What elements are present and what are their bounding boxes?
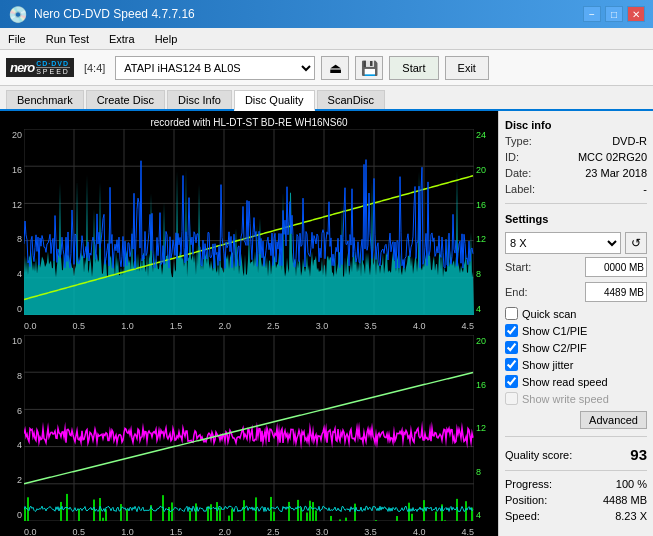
advanced-button[interactable]: Advanced: [580, 411, 647, 429]
divider-3: [505, 470, 647, 471]
top-x-5: 2.5: [267, 321, 280, 331]
top-y-left-4: 4: [2, 269, 24, 279]
tabs-bar: Benchmark Create Disc Disc Info Disc Qua…: [0, 86, 653, 111]
app-icon: 💿: [8, 5, 28, 24]
bot-x-3: 1.5: [170, 527, 183, 536]
type-label: Type:: [505, 135, 532, 147]
bot-y-left-3: 4: [2, 440, 24, 450]
menu-help[interactable]: Help: [151, 31, 182, 47]
tab-benchmark[interactable]: Benchmark: [6, 90, 84, 109]
title-bar-left: 💿 Nero CD-DVD Speed 4.7.7.16: [8, 5, 195, 24]
bot-y-left-0: 10: [2, 336, 24, 346]
menu-run-test[interactable]: Run Test: [42, 31, 93, 47]
show-c2pif-row: Show C2/PIF: [505, 341, 647, 354]
speed-row: 8 X Max 1 X 2 X 4 X 16 X ↺: [505, 232, 647, 254]
top-chart: 20 16 12 8 4 0 24 20 16 12 8 4 0.0 0.5 1…: [2, 129, 496, 331]
divider-1: [505, 203, 647, 204]
top-y-left-3: 8: [2, 234, 24, 244]
progress-label: Progress:: [505, 478, 552, 490]
refresh-button[interactable]: ↺: [625, 232, 647, 254]
top-x-3: 1.5: [170, 321, 183, 331]
exit-button[interactable]: Exit: [445, 56, 489, 80]
start-row: Start:: [505, 257, 647, 277]
save-button[interactable]: 💾: [355, 56, 383, 80]
menu-extra[interactable]: Extra: [105, 31, 139, 47]
start-button[interactable]: Start: [389, 56, 438, 80]
end-input[interactable]: [585, 282, 647, 302]
bot-x-0: 0.0: [24, 527, 37, 536]
top-y-right-2: 16: [474, 200, 486, 210]
nero-logo: nero CD·DVD SPEED: [6, 58, 74, 77]
position-value: 4488 MB: [603, 494, 647, 506]
id-label: ID:: [505, 151, 519, 163]
show-write-speed-checkbox[interactable]: [505, 392, 518, 405]
tab-disc-info[interactable]: Disc Info: [167, 90, 232, 109]
show-jitter-label: Show jitter: [522, 359, 573, 371]
top-y-left-0: 20: [2, 130, 24, 140]
show-read-speed-row: Show read speed: [505, 375, 647, 388]
date-label: Date:: [505, 167, 531, 179]
top-y-right-0: 24: [474, 130, 486, 140]
speed-row-2: Speed: 8.23 X: [505, 510, 647, 522]
bot-y-right-1: 16: [474, 380, 486, 390]
top-x-0: 0.0: [24, 321, 37, 331]
divider-2: [505, 436, 647, 437]
bot-x-2: 1.0: [121, 527, 134, 536]
menu-bar: File Run Test Extra Help: [0, 28, 653, 50]
start-label: Start:: [505, 261, 531, 273]
drive-select[interactable]: ATAPI iHAS124 B AL0S: [115, 56, 315, 80]
top-y-right-4: 8: [474, 269, 481, 279]
tab-disc-quality[interactable]: Disc Quality: [234, 90, 315, 111]
top-y-left-1: 16: [2, 165, 24, 175]
chart-title: recorded with HL-DT-ST BD-RE WH16NS60: [150, 117, 347, 128]
speed-select[interactable]: 8 X Max 1 X 2 X 4 X 16 X: [505, 232, 621, 254]
show-jitter-checkbox[interactable]: [505, 358, 518, 371]
top-y-left-2: 12: [2, 200, 24, 210]
top-x-7: 3.5: [364, 321, 377, 331]
speed-label: Speed:: [505, 510, 540, 522]
tab-create-disc[interactable]: Create Disc: [86, 90, 165, 109]
top-x-6: 3.0: [316, 321, 329, 331]
minimize-button[interactable]: −: [583, 6, 601, 22]
quick-scan-label: Quick scan: [522, 308, 576, 320]
drive-label: [4:4]: [80, 62, 109, 74]
eject-button[interactable]: ⏏: [321, 56, 349, 80]
quality-score-label: Quality score:: [505, 449, 572, 461]
speed-value: 8.23 X: [615, 510, 647, 522]
tab-scan-disc[interactable]: ScanDisc: [317, 90, 385, 109]
app-title: Nero CD-DVD Speed 4.7.7.16: [34, 7, 195, 21]
bot-y-left-1: 8: [2, 371, 24, 381]
bot-x-1: 0.5: [73, 527, 86, 536]
label-label: Label:: [505, 183, 535, 195]
top-y-right-1: 20: [474, 165, 486, 175]
start-input[interactable]: [585, 257, 647, 277]
show-write-speed-row: Show write speed: [505, 392, 647, 405]
settings-title: Settings: [505, 213, 647, 225]
label-value: -: [643, 183, 647, 195]
top-y-right-3: 12: [474, 234, 486, 244]
disc-date-row: Date: 23 Mar 2018: [505, 167, 647, 179]
top-y-left-5: 0: [2, 304, 24, 314]
menu-file[interactable]: File: [4, 31, 30, 47]
bot-y-left-4: 2: [2, 475, 24, 485]
show-c1pie-checkbox[interactable]: [505, 324, 518, 337]
date-value: 23 Mar 2018: [585, 167, 647, 179]
bot-y-left-2: 6: [2, 406, 24, 416]
main-content: recorded with HL-DT-ST BD-RE WH16NS60 20…: [0, 111, 653, 536]
type-value: DVD-R: [612, 135, 647, 147]
close-button[interactable]: ✕: [627, 6, 645, 22]
quick-scan-checkbox[interactable]: [505, 307, 518, 320]
quick-scan-row: Quick scan: [505, 307, 647, 320]
bot-x-6: 3.0: [316, 527, 329, 536]
top-x-4: 2.0: [218, 321, 231, 331]
show-read-speed-label: Show read speed: [522, 376, 608, 388]
top-x-9: 4.5: [461, 321, 474, 331]
right-panel: Disc info Type: DVD-R ID: MCC 02RG20 Dat…: [498, 111, 653, 536]
disc-info-title: Disc info: [505, 119, 647, 131]
show-c2pif-checkbox[interactable]: [505, 341, 518, 354]
maximize-button[interactable]: □: [605, 6, 623, 22]
bot-y-right-2: 12: [474, 423, 486, 433]
disc-id-row: ID: MCC 02RG20: [505, 151, 647, 163]
show-read-speed-checkbox[interactable]: [505, 375, 518, 388]
bot-y-right-0: 20: [474, 336, 486, 346]
